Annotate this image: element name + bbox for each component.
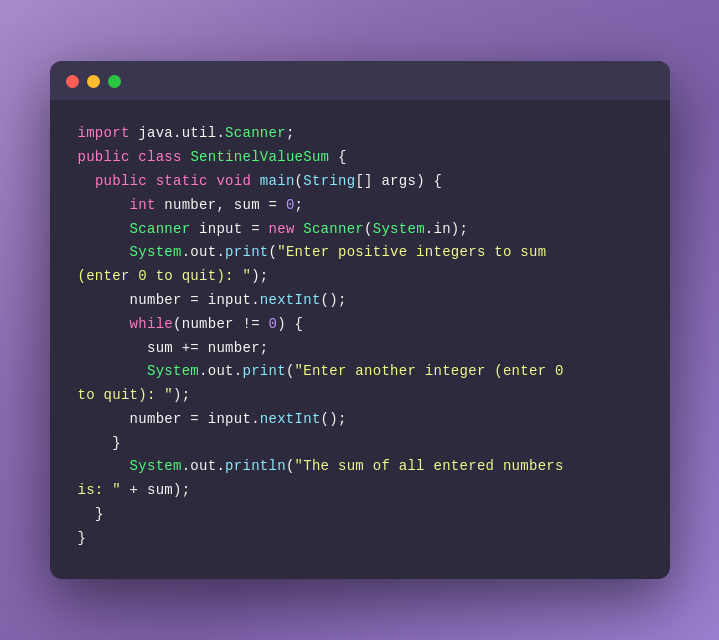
- code-line-17: }: [78, 503, 642, 527]
- code-line-15: System.out.println("The sum of all enter…: [78, 455, 642, 479]
- code-line-10: sum += number;: [78, 337, 642, 361]
- code-line-6: System.out.print("Enter positive integer…: [78, 241, 642, 265]
- maximize-button[interactable]: [108, 75, 121, 88]
- code-line-14: }: [78, 432, 642, 456]
- code-line-12: to quit): ");: [78, 384, 642, 408]
- code-line-13: number = input.nextInt();: [78, 408, 642, 432]
- code-line-18: }: [78, 527, 642, 551]
- code-editor[interactable]: import java.util.Scanner; public class S…: [50, 100, 670, 578]
- code-line-5: Scanner input = new Scanner(System.in);: [78, 218, 642, 242]
- minimize-button[interactable]: [87, 75, 100, 88]
- code-line-1: import java.util.Scanner;: [78, 122, 642, 146]
- close-button[interactable]: [66, 75, 79, 88]
- code-line-2: public class SentinelValueSum {: [78, 146, 642, 170]
- code-line-7: (enter 0 to quit): ");: [78, 265, 642, 289]
- title-bar: [50, 61, 670, 100]
- code-line-8: number = input.nextInt();: [78, 289, 642, 313]
- code-window: import java.util.Scanner; public class S…: [50, 61, 670, 578]
- code-line-9: while(number != 0) {: [78, 313, 642, 337]
- code-line-11: System.out.print("Enter another integer …: [78, 360, 642, 384]
- code-line-4: int number, sum = 0;: [78, 194, 642, 218]
- code-line-3: public static void main(String[] args) {: [78, 170, 642, 194]
- code-line-16: is: " + sum);: [78, 479, 642, 503]
